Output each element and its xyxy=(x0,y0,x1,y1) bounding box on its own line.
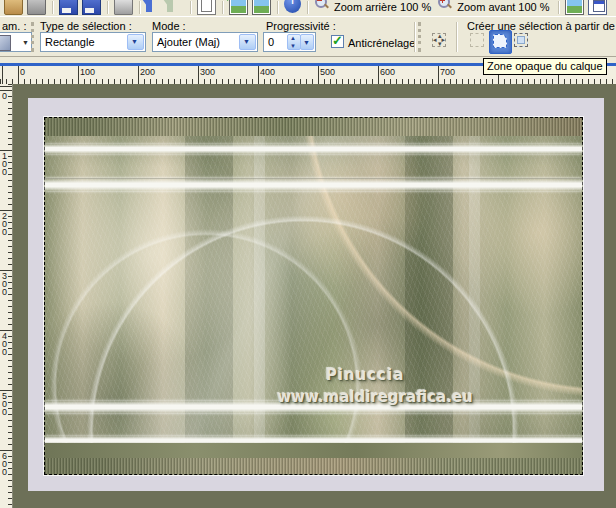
watermark-url: www.maldiregrafica.eu xyxy=(245,388,505,406)
tool-options-bar: am. : Type de sélection : Rectangle Mode… xyxy=(0,16,616,57)
zoom-in-label[interactable]: Zoom avant 100 % xyxy=(457,1,549,13)
ruler-label: 600 xyxy=(380,67,395,77)
ruler-label: 100 xyxy=(80,67,95,77)
print-icon[interactable] xyxy=(114,0,133,15)
cascade-windows-icon[interactable] xyxy=(588,0,607,15)
toolbar-separator xyxy=(107,1,108,14)
chevron-down-icon[interactable] xyxy=(127,34,144,50)
mode-label: Mode : xyxy=(152,20,186,32)
feather-spinner[interactable]: 0 xyxy=(263,32,316,52)
corrugated-band-top xyxy=(45,118,582,136)
opaque-area-icon xyxy=(514,33,528,47)
toolbar-separator xyxy=(414,22,415,52)
selection-type-combobox[interactable]: Rectangle xyxy=(40,32,146,52)
ruler-label: 500 xyxy=(320,67,335,77)
antialias-checkbox[interactable] xyxy=(331,35,344,48)
new-image-icon[interactable] xyxy=(565,0,584,15)
ruler-label: 500 xyxy=(2,392,9,416)
browse-icon[interactable] xyxy=(4,0,23,15)
white-band xyxy=(45,144,582,154)
watermark-name: Pinuccia xyxy=(265,366,465,384)
olive-band-bottom xyxy=(45,443,582,458)
create-selection-from-mask-button[interactable] xyxy=(489,30,512,54)
ruler-label: 200 xyxy=(140,67,155,77)
ruler-label: 700 xyxy=(440,67,455,77)
selection-shape-icon xyxy=(493,34,507,48)
image-workspace: Pinuccia www.maldiregrafica.eu xyxy=(13,84,616,508)
standard-toolbar: i Zoom arrière 100 % Zoom avant 100 % xyxy=(0,0,616,16)
toolbar-separator xyxy=(190,1,191,14)
feather-value: 0 xyxy=(268,36,274,48)
toolbar-separator xyxy=(307,1,308,14)
feather-label: Progressivité : xyxy=(266,20,336,32)
float-selection-button[interactable]: ▴▾◂▸ xyxy=(429,30,450,52)
undo-icon[interactable] xyxy=(146,0,152,12)
selection-type-value: Rectangle xyxy=(45,36,95,48)
redo-icon xyxy=(167,0,173,12)
dashed-selection-icon xyxy=(470,33,484,47)
spin-up-down-icon[interactable] xyxy=(287,34,301,50)
toolbar-separator xyxy=(456,22,457,52)
ruler-label: 400 xyxy=(2,332,9,356)
create-selection-from-vector-button[interactable] xyxy=(467,30,488,52)
selection-type-label: Type de sélection : xyxy=(40,20,132,32)
app-window: i Zoom arrière 100 % Zoom avant 100 % am… xyxy=(0,0,616,508)
copy-icon[interactable] xyxy=(197,0,216,15)
toolbar-separator xyxy=(558,1,559,14)
mode-combobox[interactable]: Ajouter (Maj) xyxy=(152,32,258,52)
preset-dropdown[interactable] xyxy=(0,32,32,52)
toolbar-separator xyxy=(139,1,140,14)
paste-as-new-image-icon[interactable] xyxy=(229,0,248,15)
image-information-icon[interactable]: i xyxy=(284,0,301,13)
toolbar-separator xyxy=(52,1,53,14)
toolbar-grip[interactable] xyxy=(418,22,421,52)
preset-label: am. : xyxy=(2,20,26,32)
ruler-label: 200 xyxy=(2,212,9,236)
mode-value: Ajouter (Maj) xyxy=(157,36,220,48)
toolbar-grip[interactable] xyxy=(31,22,34,52)
work-area: 0100200300400500600 Pinuccia www.maldire… xyxy=(0,84,616,508)
antialias-label[interactable]: Anticrénelage xyxy=(348,37,415,49)
save-as-icon[interactable] xyxy=(82,0,101,15)
ruler-label: 100 xyxy=(2,152,9,176)
slider-chevron-icon[interactable] xyxy=(300,34,314,50)
white-band xyxy=(45,178,582,191)
chevron-down-icon[interactable] xyxy=(239,34,256,50)
paste-icon[interactable] xyxy=(252,0,271,15)
ruler-label: 300 xyxy=(2,272,9,296)
scan-import-icon[interactable] xyxy=(27,0,46,15)
create-selection-from-opaque-button[interactable] xyxy=(511,30,532,52)
image-document[interactable]: Pinuccia www.maldiregrafica.eu xyxy=(28,98,604,491)
ruler-label: 600 xyxy=(2,452,9,476)
zoom-out-icon[interactable] xyxy=(314,0,331,13)
ruler-label: 0 xyxy=(2,92,9,100)
preset-swatch-icon xyxy=(0,35,11,51)
ruler-label: 300 xyxy=(200,67,215,77)
artwork-selection[interactable]: Pinuccia www.maldiregrafica.eu xyxy=(44,117,583,475)
ruler-label: 400 xyxy=(260,67,275,77)
tooltip: Zone opaque du calque xyxy=(483,58,607,75)
save-icon[interactable] xyxy=(59,0,78,15)
toolbar-separator xyxy=(222,1,223,14)
corrugated-band-bottom xyxy=(45,458,582,474)
zoom-out-label[interactable]: Zoom arrière 100 % xyxy=(334,1,431,13)
zoom-in-icon[interactable] xyxy=(437,0,454,13)
toolbar-separator xyxy=(277,1,278,14)
vertical-ruler: 0100200300400500600 xyxy=(0,84,13,508)
move-selection-icon: ▴▾◂▸ xyxy=(432,33,446,47)
ruler-label: 0 xyxy=(20,67,25,77)
